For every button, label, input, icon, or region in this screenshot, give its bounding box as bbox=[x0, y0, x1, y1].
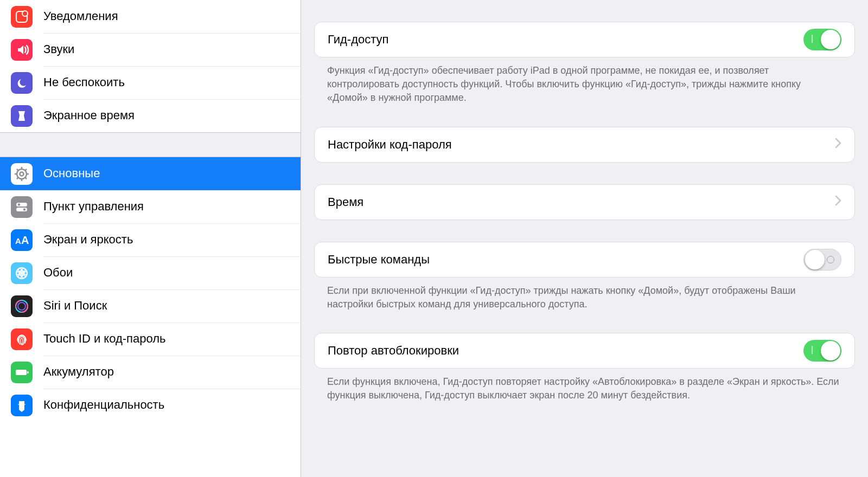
accessibility-shortcut-description: Если при включенной функции «Гид-доступ»… bbox=[314, 278, 855, 311]
general-icon bbox=[11, 163, 33, 185]
sidebar-item-label: Основные bbox=[43, 157, 301, 191]
sound-icon bbox=[11, 39, 33, 61]
sidebar-item-label: Звуки bbox=[43, 33, 301, 67]
sidebar-separator bbox=[0, 132, 301, 157]
guided-access-toggle[interactable] bbox=[803, 29, 841, 50]
sidebar-item-general[interactable]: Основные bbox=[0, 157, 301, 190]
sidebar-item-label: Экран и яркость bbox=[43, 223, 301, 257]
touchid-icon bbox=[11, 328, 33, 350]
sidebar-item-label: Экранное время bbox=[43, 99, 301, 133]
sidebar-item-privacy[interactable]: Конфиденциальность bbox=[0, 389, 301, 422]
sidebar-item-label: Siri и Поиск bbox=[43, 289, 301, 323]
accessibility-shortcut-label: Быстрые команды bbox=[328, 253, 803, 267]
privacy-icon bbox=[11, 395, 33, 416]
accessibility-shortcut-row[interactable]: Быстрые команды bbox=[314, 242, 855, 278]
display-icon bbox=[11, 229, 33, 251]
sidebar-item-dnd[interactable]: Не беспокоить bbox=[0, 66, 301, 99]
sidebar-item-label: Аккумулятор bbox=[43, 356, 301, 389]
sidebar-item-label: Уведомления bbox=[43, 0, 301, 34]
sidebar-item-controlcenter[interactable]: Пункт управления bbox=[0, 190, 301, 223]
sidebar-item-label: Обои bbox=[43, 256, 301, 290]
mirror-autolock-row[interactable]: Повтор автоблокировки bbox=[314, 333, 855, 369]
sidebar-item-screentime[interactable]: Экранное время bbox=[0, 99, 301, 132]
passcode-settings-row[interactable]: Настройки код-пароля bbox=[314, 127, 855, 163]
sidebar-item-sounds[interactable]: Звуки bbox=[0, 33, 301, 66]
sidebar-item-label: Конфиденциальность bbox=[43, 389, 301, 422]
sidebar-item-label: Не беспокоить bbox=[43, 66, 301, 100]
chevron-right-icon bbox=[835, 195, 841, 209]
screentime-icon bbox=[11, 105, 33, 127]
chevron-right-icon bbox=[835, 138, 841, 152]
mirror-autolock-description: Если функция включена, Гид-доступ повтор… bbox=[314, 369, 855, 402]
time-limits-label: Время bbox=[328, 195, 835, 209]
control-icon bbox=[11, 196, 33, 218]
time-limits-row[interactable]: Время bbox=[314, 184, 855, 220]
guided-access-row[interactable]: Гид-доступ bbox=[314, 22, 855, 57]
sidebar-item-display[interactable]: Экран и яркость bbox=[0, 223, 301, 256]
guided-access-label: Гид-доступ bbox=[328, 33, 803, 47]
sidebar-item-notifications[interactable]: Уведомления bbox=[0, 0, 301, 33]
battery-icon bbox=[11, 362, 33, 383]
detail-pane: Гид-доступ Функция «Гид-доступ» обеспечи… bbox=[301, 0, 868, 477]
sidebar-item-label: Пункт управления bbox=[43, 190, 301, 224]
settings-sidebar: УведомленияЗвукиНе беспокоитьЭкранное вр… bbox=[0, 0, 301, 477]
mirror-autolock-toggle[interactable] bbox=[803, 340, 841, 362]
passcode-settings-label: Настройки код-пароля bbox=[328, 138, 835, 152]
sidebar-item-touchid[interactable]: Touch ID и код-пароль bbox=[0, 323, 301, 356]
sidebar-item-label: Touch ID и код-пароль bbox=[43, 323, 301, 356]
siri-icon bbox=[11, 295, 33, 317]
mirror-autolock-label: Повтор автоблокировки bbox=[328, 344, 803, 358]
accessibility-shortcut-toggle[interactable] bbox=[803, 249, 841, 270]
sidebar-item-siri[interactable]: Siri и Поиск bbox=[0, 289, 301, 323]
sidebar-item-battery[interactable]: Аккумулятор bbox=[0, 356, 301, 389]
guided-access-description: Функция «Гид-доступ» обеспечивает работу… bbox=[314, 57, 855, 105]
sidebar-item-wallpaper[interactable]: Обои bbox=[0, 256, 301, 289]
notif-icon bbox=[11, 6, 33, 28]
wallpaper-icon bbox=[11, 262, 33, 284]
dnd-icon bbox=[11, 72, 33, 94]
